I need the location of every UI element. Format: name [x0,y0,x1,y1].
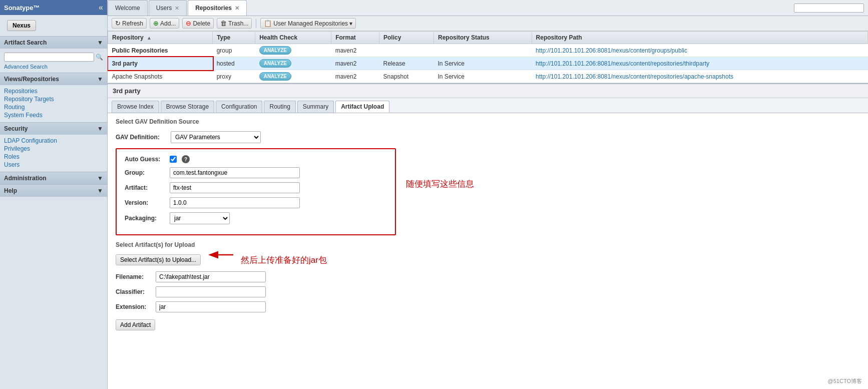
repo-name: Public Repositories [108,44,213,57]
auto-guess-checkbox[interactable] [170,156,177,163]
repo-path-link[interactable]: http://101.201.101.206:8081/nexus/conten… [536,47,687,54]
tab-routing[interactable]: Routing [264,101,295,113]
annotation-text-2: 然后上传准备好的jar包 [241,254,327,266]
tab-browse-index[interactable]: Browse Index [112,101,159,113]
repo-path: http://101.201.101.206:8081/nexus/conten… [532,44,867,57]
help-icon[interactable]: ? [182,155,190,163]
sidebar-item-privileges[interactable]: Privileges [4,145,103,153]
filename-label: Filename: [116,273,156,280]
trash-button[interactable]: 🗑 Trash... [217,18,252,29]
artifact-input[interactable] [170,182,300,193]
extension-label: Extension: [116,303,156,310]
analyze-button[interactable]: ANALYZE [259,46,291,55]
advanced-search-link[interactable]: Advanced Search [4,64,103,70]
artifact-search-bar: 🔍 [4,53,103,62]
annotation-arrow-svg [206,252,236,267]
sidebar-item-repositories[interactable]: Repositories [4,87,103,95]
sidebar-item-users[interactable]: Users [4,161,103,169]
tab-artifact-upload[interactable]: Artifact Upload [335,101,389,113]
artifact-search-header: Artifact Search ▼ [0,37,107,49]
packaging-row: Packaging: jar war pom zip [125,212,387,224]
user-managed-icon: 📋 [264,20,272,27]
table-header: Repository ▲ Type Health Check Format Po… [108,32,868,44]
toolbar: ↻ Refresh ⊕ Add... ⊖ Delete 🗑 Trash... 📋… [108,16,868,31]
views-repos-header: Views/Repositories ▼ [0,73,107,85]
help-section: Help ▼ [0,184,107,197]
top-search-input[interactable] [794,4,864,13]
search-input[interactable] [4,53,94,62]
gav-label: GAV Definition: [116,134,171,141]
gav-definition-section: Select GAV Definition Source GAV Definit… [116,118,860,143]
table-row[interactable]: Public Repositories group ANALYZE maven2… [108,44,868,57]
tab-summary[interactable]: Summary [297,101,334,113]
group-row: Group: [125,167,387,178]
repo-format: maven2 [331,57,379,70]
add-button[interactable]: ⊕ Add... [150,18,179,29]
refresh-button[interactable]: ↻ Refresh [112,18,147,29]
refresh-icon: ↻ [115,20,121,27]
close-repositories-tab-icon[interactable]: ✕ [235,5,239,12]
delete-button[interactable]: ⊖ Delete [182,18,214,29]
add-artifact-button[interactable]: Add Artifact [116,319,155,330]
sidebar-item-system-feeds[interactable]: System Feeds [4,111,103,119]
analyze-button[interactable]: ANALYZE [259,59,291,68]
sidebar-item-routing[interactable]: Routing [4,103,103,111]
close-users-tab-icon[interactable]: ✕ [175,5,179,12]
gav-params-form: Auto Guess: ? Group: Artifact: [116,148,396,235]
version-label: Version: [125,199,170,206]
repo-status [434,44,532,57]
upload-btn-row: Select Artifact(s) to Upload... 然后上传准备好的… [116,252,860,267]
views-repos-content: Repositories Repository Targets Routing … [0,85,107,122]
nexus-button[interactable]: Nexus [7,20,36,31]
packaging-select[interactable]: jar war pom zip [170,212,230,224]
col-repository: Repository ▲ [108,32,213,44]
gav-definition-select[interactable]: GAV Parameters From POM From Artifact [171,131,261,143]
select-artifacts-section: Select Artifact(s) for Upload Select Art… [116,241,860,335]
repo-policy: Snapshot [379,70,434,83]
repo-path-link[interactable]: http://101.201.101.206:8081/nexus/conten… [536,73,733,80]
sort-arrow-icon: ▲ [147,35,152,41]
repo-type: hosted [213,57,255,70]
select-artifacts-button[interactable]: Select Artifact(s) to Upload... [116,254,201,265]
auto-guess-row: Auto Guess: ? [125,155,387,163]
search-icon[interactable]: 🔍 [96,54,103,61]
repo-path-link[interactable]: http://101.201.101.206:8081/nexus/conten… [536,60,709,67]
version-row: Version: [125,197,387,208]
tab-users[interactable]: Users ✕ [149,0,187,16]
repo-type: proxy [213,70,255,83]
tab-configuration[interactable]: Configuration [216,101,262,113]
annotation-area: 随便填写这些信息 [406,148,474,190]
col-format: Format [331,32,379,44]
user-managed-button[interactable]: 📋 User Managed Repositories ▾ [260,18,356,29]
classifier-input[interactable] [156,286,266,297]
auto-guess-label: Auto Guess: [125,156,170,163]
analyze-button[interactable]: ANALYZE [259,72,291,81]
classifier-row: Classifier: [116,286,860,297]
annotation-text-1: 随便填写这些信息 [406,179,474,189]
group-input[interactable] [170,167,300,178]
table-row[interactable]: Apache Snapshots proxy ANALYZE maven2 Sn… [108,70,868,83]
gav-select-wrapper: GAV Parameters From POM From Artifact [171,131,261,143]
sidebar-item-ldap[interactable]: LDAP Configuration [4,137,103,145]
gav-definition-row: GAV Definition: GAV Parameters From POM … [116,131,860,143]
tab-browse-storage[interactable]: Browse Storage [161,101,214,113]
table-row[interactable]: 3rd party hosted ANALYZE maven2 Release … [108,57,868,70]
gav-section-title: Select GAV Definition Source [116,118,860,127]
views-repositories-section: Views/Repositories ▼ Repositories Reposi… [0,73,107,122]
tab-repositories[interactable]: Repositories ✕ [188,0,247,16]
sidebar-item-repository-targets[interactable]: Repository Targets [4,95,103,103]
repo-format: maven2 [331,44,379,57]
upload-panel: Select GAV Definition Source GAV Definit… [108,113,868,340]
security-header: Security ▼ [0,123,107,135]
tab-welcome[interactable]: Welcome [108,0,148,16]
artifact-label: Artifact: [125,184,170,191]
col-type: Type [213,32,255,44]
repo-type: group [213,44,255,57]
extension-input[interactable] [156,301,266,312]
sidebar-collapse-btn[interactable]: « [99,3,103,12]
watermark: @51CTO博客 [828,377,862,385]
artifact-search-content: 🔍 Advanced Search [0,49,107,73]
version-input[interactable] [170,197,300,208]
sidebar-item-roles[interactable]: Roles [4,153,103,161]
filename-input[interactable] [156,271,266,282]
